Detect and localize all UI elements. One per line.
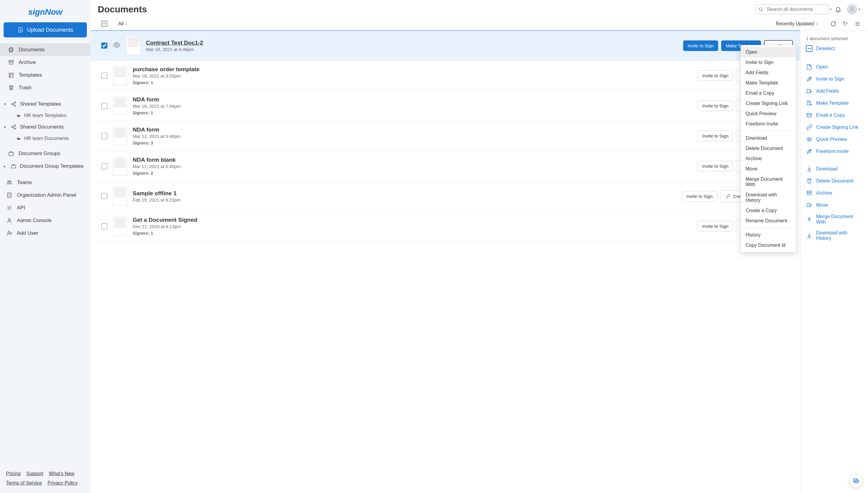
panel-action-quick-preview[interactable]: Quick Preview bbox=[806, 133, 863, 145]
sidebar-item-hr-templates[interactable]: HR team Templates bbox=[0, 110, 90, 121]
sidebar-item-admin-console[interactable]: Admin Console bbox=[0, 214, 90, 227]
panel-action-archive[interactable]: Archive bbox=[806, 187, 863, 199]
sidebar-item-trash[interactable]: Trash bbox=[0, 82, 90, 94]
archive-icon bbox=[806, 190, 813, 196]
document-name[interactable]: NDA form bbox=[133, 96, 692, 103]
view-list-icon[interactable] bbox=[854, 21, 861, 27]
sidebar-item-document-groups[interactable]: Document Groups bbox=[0, 147, 90, 160]
invite-to-sign-button[interactable]: Invite to Sign bbox=[698, 161, 733, 171]
document-row[interactable]: NDA form Mar 16, 2021 at 7:44pm Signers:… bbox=[90, 91, 800, 121]
chevron-down-icon[interactable]: ▼ bbox=[829, 8, 832, 11]
invite-to-sign-button[interactable]: Invite to Sign bbox=[698, 131, 733, 141]
document-name[interactable]: NDA form bbox=[133, 126, 692, 133]
panel-action-email-copy[interactable]: Email a Copy bbox=[806, 109, 863, 121]
row-checkbox[interactable] bbox=[101, 43, 107, 48]
link-privacy[interactable]: Privacy Policy bbox=[48, 480, 78, 486]
panel-action-make-template[interactable]: Make Template bbox=[806, 97, 863, 109]
sidebar-item-org-admin[interactable]: Organization Admin Panel bbox=[0, 189, 90, 201]
panel-action-signing-link[interactable]: Create Signing Link bbox=[806, 121, 863, 133]
svg-point-19 bbox=[851, 7, 853, 9]
panel-action-move[interactable]: Move bbox=[806, 199, 863, 211]
filter-all[interactable]: All ▾ bbox=[118, 21, 127, 26]
invite-to-sign-button[interactable]: Invite to Sign bbox=[698, 101, 733, 111]
link-support[interactable]: Support bbox=[26, 471, 43, 476]
sidebar-item-documents[interactable]: Documents bbox=[0, 43, 90, 56]
panel-action-add-fields[interactable]: Add Fields bbox=[806, 85, 863, 97]
deselect-button[interactable]: Deselect bbox=[806, 45, 863, 52]
document-row[interactable]: purchase order template Mar 18, 2021 at … bbox=[90, 61, 800, 91]
sidebar-group-shared-documents[interactable]: ▾ Shared Documents bbox=[0, 121, 90, 133]
link-pricing[interactable]: Pricing bbox=[6, 471, 21, 476]
panel-action-invite[interactable]: Invite to Sign bbox=[806, 73, 863, 85]
invite-to-sign-button[interactable]: Invite to Sign bbox=[698, 221, 733, 231]
sidebar-item-teams[interactable]: Teams bbox=[0, 176, 90, 189]
menu-copy-id[interactable]: Copy Document Id bbox=[741, 240, 796, 251]
document-row[interactable]: NDA form Mar 11, 2021 at 5:46pm Signers:… bbox=[90, 121, 800, 151]
panel-action-download[interactable]: Download bbox=[806, 163, 863, 175]
row-checkbox[interactable] bbox=[101, 103, 107, 109]
sidebar-item-archive[interactable]: Archive bbox=[0, 56, 90, 69]
invite-to-sign-button[interactable]: Invite to Sign bbox=[683, 40, 718, 51]
panel-action-delete[interactable]: Delete Document bbox=[806, 175, 863, 187]
search-box[interactable]: ▼ bbox=[755, 4, 829, 14]
document-row[interactable]: Sample offline 1 Feb 19, 2021 at 6:23pm … bbox=[90, 181, 800, 211]
menu-signing-link[interactable]: Create Signing Link bbox=[741, 98, 796, 109]
document-name[interactable]: NDA form blank bbox=[133, 156, 692, 163]
menu-history[interactable]: History bbox=[741, 230, 796, 240]
sidebar-item-templates[interactable]: Templates bbox=[0, 69, 90, 82]
menu-download[interactable]: Download bbox=[741, 133, 796, 143]
chat-fab[interactable] bbox=[849, 474, 863, 488]
menu-copy[interactable]: Create a Copy bbox=[741, 206, 796, 216]
sort-icon[interactable] bbox=[842, 21, 849, 27]
menu-invite[interactable]: Invite to Sign bbox=[741, 57, 796, 68]
row-checkbox[interactable] bbox=[101, 133, 107, 139]
menu-open[interactable]: Open bbox=[741, 47, 796, 57]
search-input[interactable] bbox=[767, 7, 827, 12]
document-name[interactable]: Get a Document Signed bbox=[133, 217, 692, 223]
document-row[interactable]: Contract Test Doc1-2 Mar 18, 2021 at 6:4… bbox=[90, 30, 800, 61]
document-thumbnail bbox=[113, 217, 127, 236]
menu-delete[interactable]: Delete Document bbox=[741, 143, 796, 154]
menu-move[interactable]: Move bbox=[741, 164, 796, 174]
document-name[interactable]: purchase order template bbox=[133, 66, 692, 73]
menu-freeform[interactable]: Freeform Invite bbox=[741, 119, 796, 129]
sidebar-item-add-user[interactable]: Add User bbox=[0, 227, 90, 240]
document-row[interactable]: Get a Document Signed Dec 21, 2020 at 8:… bbox=[90, 211, 800, 241]
upload-documents-button[interactable]: Upload Documents bbox=[4, 22, 87, 37]
sort-dropdown[interactable]: Recently Updated ▾ bbox=[776, 21, 817, 26]
select-all-checkbox[interactable] bbox=[101, 21, 107, 27]
menu-archive[interactable]: Archive bbox=[741, 154, 796, 164]
sidebar-group-shared-templates[interactable]: ▾ Shared Templates bbox=[0, 98, 90, 110]
invite-to-sign-button[interactable]: Invite to Sign bbox=[698, 70, 733, 81]
document-row[interactable]: NDA form blank Mar 11, 2021 at 5:40pm Si… bbox=[90, 151, 800, 181]
sidebar-group-doc-group-templates[interactable]: ▸ Document Group Templates bbox=[0, 160, 90, 173]
row-checkbox[interactable] bbox=[101, 163, 107, 169]
document-name[interactable]: Contract Test Doc1-2 bbox=[146, 40, 678, 46]
sidebar-item-api[interactable]: API bbox=[0, 201, 90, 214]
menu-quick-preview[interactable]: Quick Preview bbox=[741, 109, 796, 119]
file-icon bbox=[806, 64, 813, 70]
link-tos[interactable]: Terms of Service bbox=[6, 480, 42, 486]
sidebar-item-hr-documents[interactable]: HR team Documents bbox=[0, 133, 90, 144]
notifications-icon[interactable] bbox=[835, 6, 842, 13]
document-info: Contract Test Doc1-2 Mar 18, 2021 at 6:4… bbox=[146, 40, 678, 52]
menu-make-template[interactable]: Make Template bbox=[741, 78, 796, 88]
panel-action-download-history[interactable]: Download with History bbox=[806, 228, 863, 244]
panel-action-freeform[interactable]: Freeform Invite bbox=[806, 145, 863, 157]
menu-merge[interactable]: Merge Document With bbox=[741, 174, 796, 190]
menu-rename[interactable]: Rename Document bbox=[741, 216, 796, 226]
refresh-icon[interactable] bbox=[830, 21, 837, 27]
menu-download-history[interactable]: Download with History bbox=[741, 190, 796, 206]
row-checkbox[interactable] bbox=[101, 193, 107, 199]
panel-action-merge[interactable]: Merge Document With bbox=[806, 211, 863, 228]
row-checkbox[interactable] bbox=[101, 73, 107, 79]
user-menu[interactable]: ▼ bbox=[847, 4, 861, 15]
invite-to-sign-button[interactable]: Invite to Sign bbox=[682, 191, 717, 201]
svg-point-18 bbox=[759, 7, 762, 10]
menu-add-fields[interactable]: Add Fields bbox=[741, 68, 796, 78]
document-name[interactable]: Sample offline 1 bbox=[133, 190, 677, 197]
panel-action-open[interactable]: Open bbox=[806, 61, 863, 73]
row-checkbox[interactable] bbox=[101, 223, 107, 229]
menu-email-copy[interactable]: Email a Copy bbox=[741, 88, 796, 98]
link-whats-new[interactable]: What's New bbox=[49, 471, 74, 476]
